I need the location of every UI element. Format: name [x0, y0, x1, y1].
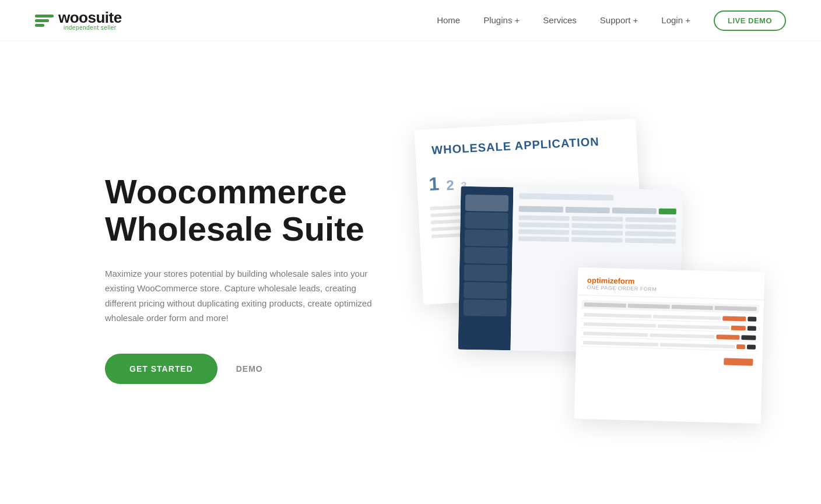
logo-text: woosuite independent seller [58, 10, 122, 31]
opt-bar [747, 344, 756, 349]
opt-bar [722, 316, 746, 321]
nav-item-support[interactable]: Support + [600, 15, 638, 26]
sidebar-item [465, 195, 508, 212]
logo-name: woosuite [58, 10, 122, 25]
sidebar-item [465, 230, 508, 246]
dash-td [572, 223, 623, 229]
demo-button[interactable]: DEMO [236, 364, 263, 373]
plus-icon: + [515, 15, 520, 25]
sidebar-item [464, 299, 507, 316]
nav-link-home[interactable]: Home [437, 15, 460, 25]
nav-item-home[interactable]: Home [437, 15, 460, 26]
dash-td [625, 217, 676, 223]
logo[interactable]: woosuite independent seller [35, 10, 122, 31]
opt-td [650, 333, 714, 339]
hero-section: Woocommerce Wholesale Suite Maximize you… [0, 41, 821, 504]
opt-bar [716, 334, 739, 340]
hero-title: Woocommerce Wholesale Suite [105, 173, 373, 248]
dash-table-header [519, 206, 676, 214]
nav-item-plugins[interactable]: Plugins + [483, 15, 520, 26]
optimize-body [576, 295, 764, 373]
dash-td [625, 231, 676, 237]
opt-bar [748, 326, 756, 330]
dash-table-row [518, 229, 676, 237]
sidebar-item [464, 282, 507, 299]
dash-td [518, 215, 569, 221]
opt-td [657, 324, 729, 329]
opt-td [583, 332, 648, 337]
opt-td [584, 313, 651, 318]
sidebar-item [464, 247, 507, 264]
dash-td [571, 237, 622, 243]
hero-buttons: GET STARTED DEMO [105, 354, 373, 384]
dash-table-row [518, 215, 676, 223]
dash-td [518, 222, 569, 228]
nav-link-plugins[interactable]: Plugins + [483, 15, 520, 25]
dash-td [571, 230, 622, 236]
navbar: woosuite independent seller Home Plugins… [0, 0, 821, 41]
screenshot-optimize: optimizeform ONE PAGE ORDER FORM [574, 267, 765, 424]
dash-td [624, 238, 675, 244]
sidebar-item [465, 212, 508, 229]
dash-th [519, 206, 563, 212]
optimize-header: optimizeform ONE PAGE ORDER FORM [577, 267, 764, 300]
get-started-button[interactable]: GET STARTED [105, 354, 217, 384]
dash-table-row [518, 222, 676, 230]
opt-th [584, 302, 626, 308]
nav-link-services[interactable]: Services [543, 15, 577, 25]
hero-description: Maximize your stores potential by buildi… [105, 266, 373, 326]
wholesale-title: WHOLESALE APPLICATION [431, 133, 621, 157]
plus-icon-support: + [633, 15, 638, 25]
nav-item-live-demo[interactable]: LIVE DEMO [714, 15, 786, 26]
opt-footer [580, 348, 758, 368]
opt-th [671, 305, 713, 310]
opt-td [659, 343, 735, 348]
nav-link-login[interactable]: Login + [661, 15, 690, 25]
logo-line-3 [35, 24, 44, 27]
dashboard-sidebar [458, 186, 514, 351]
hero-content: Woocommerce Wholesale Suite Maximize you… [105, 173, 373, 384]
plus-icon-login: + [685, 15, 690, 25]
logo-icon [35, 15, 54, 27]
logo-line-1 [35, 15, 54, 17]
nav-item-login[interactable]: Login + [661, 15, 690, 26]
dash-td [625, 224, 676, 230]
live-demo-link[interactable]: LIVE DEMO [714, 10, 786, 31]
dash-row [519, 193, 613, 200]
opt-td [584, 322, 656, 327]
sidebar-item [464, 265, 507, 281]
dash-action-btn [659, 209, 676, 215]
opt-td [583, 341, 658, 346]
step-1: 1 [428, 173, 440, 195]
opt-th [627, 304, 669, 309]
opt-th [715, 306, 757, 311]
opt-td [653, 315, 721, 320]
logo-tagline: independent seller [58, 25, 122, 31]
logo-line-2 [35, 19, 49, 22]
dash-td [572, 216, 623, 222]
opt-bar [741, 335, 756, 340]
nav-link-support[interactable]: Support + [600, 15, 638, 25]
dash-th [566, 207, 610, 213]
dash-table-row [518, 236, 676, 244]
nav-item-services[interactable]: Services [543, 15, 577, 26]
hero-images: WHOLESALE APPLICATION 1 2 3 [384, 118, 763, 439]
dash-td [518, 236, 569, 242]
opt-bar [731, 326, 746, 331]
dash-th [612, 207, 657, 214]
step-2: 2 [446, 177, 455, 195]
dash-td [518, 229, 569, 235]
nav-links: Home Plugins + Services Support + Login … [437, 15, 786, 26]
opt-bar [736, 344, 745, 349]
opt-action-button [724, 358, 753, 365]
opt-bar [748, 316, 756, 321]
